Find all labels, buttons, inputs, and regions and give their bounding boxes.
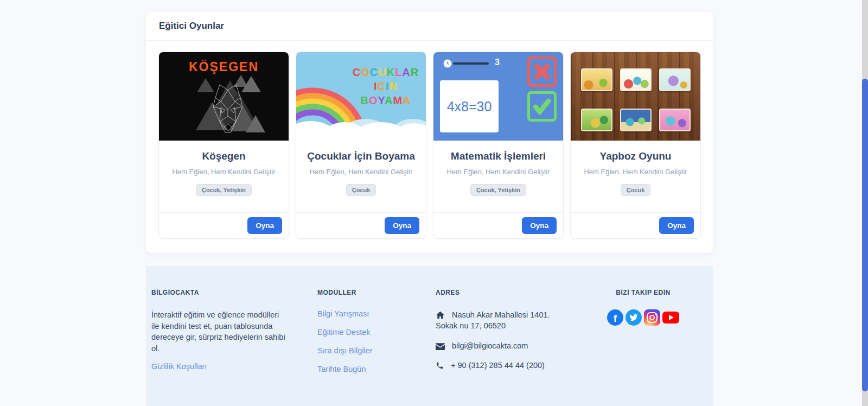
- triangle-shape: [246, 115, 265, 132]
- footer-social-column: BİZİ TAKİP EDİN f: [604, 289, 682, 383]
- social-icons-row: f: [604, 309, 682, 326]
- address-phone-row: + 90 (312) 285 44 44 (200): [436, 360, 560, 371]
- wrong-answer-box: [527, 56, 557, 87]
- check-icon: [533, 98, 551, 115]
- audience-badge: Çocuk: [621, 184, 651, 196]
- instagram-lens: [649, 315, 655, 320]
- phone-icon: [436, 361, 444, 370]
- envelope-icon: [436, 343, 445, 350]
- youtube-icon[interactable]: [662, 312, 679, 323]
- page-content: Eğitici Oyunlar KÖŞEGEN: [0, 12, 859, 406]
- module-link-egitime-destek[interactable]: Eğitime Destek: [317, 328, 399, 337]
- module-link-sira-disi-bilgiler[interactable]: Sıra dışı Bilgiler: [317, 346, 399, 355]
- wolf-wireframe-icon: [209, 83, 247, 134]
- card-subtitle: Hem Eğlen, Hem Kendini Geliştir: [576, 168, 695, 176]
- right-answer-box: [527, 91, 557, 122]
- card-title: Çocuklar İçin Boyama: [302, 150, 420, 162]
- equation-text: 4x8=30: [447, 99, 492, 115]
- play-button[interactable]: Oyna: [385, 217, 419, 234]
- footer-about-column: BİLGİOCAKTA İnteraktif eğitim ve eğlence…: [151, 289, 287, 383]
- twitter-icon[interactable]: [626, 309, 642, 326]
- module-link-bilgi-yarismasi[interactable]: Bilgi Yarışması: [317, 309, 399, 318]
- audience-badge: Çocuk, Yetişkin: [470, 184, 526, 196]
- cloud-strip: [296, 133, 426, 141]
- card-title: Yapboz Oyunu: [576, 150, 695, 162]
- footer-modules-column: MODÜLLER Bilgi Yarışması Eğitime Destek …: [317, 289, 399, 383]
- timer-clock-icon: [443, 59, 452, 68]
- game-card-matematik: 3 4x8=30: [433, 52, 564, 239]
- puzzle-thumb: [620, 68, 652, 91]
- youtube-play-glyph: [669, 315, 674, 320]
- card-subtitle: Hem Eğlen, Hem Kendini Geliştir: [164, 168, 283, 176]
- facebook-icon[interactable]: f: [607, 309, 623, 326]
- puzzle-thumbnails: [571, 52, 700, 141]
- x-icon: [533, 63, 551, 80]
- kosegen-image: KÖŞEGEN: [159, 52, 289, 141]
- address-phone-text: + 90 (312) 285 44 44 (200): [451, 361, 545, 370]
- game-card-kosegen: KÖŞEGEN: [158, 52, 289, 239]
- timer-value: 3: [495, 58, 500, 67]
- address-street-text: Nasuh Akar Mahallesi 1401. Sokak nu 17, …: [436, 310, 550, 330]
- puzzle-thumb: [620, 109, 652, 131]
- card-subtitle: Hem Eğlen, Hem Kendini Geliştir: [439, 168, 558, 176]
- instagram-icon[interactable]: [644, 309, 660, 326]
- puzzle-thumb: [659, 68, 691, 91]
- page-scrollbar-track[interactable]: [862, 0, 868, 406]
- matematik-image: 3 4x8=30: [433, 52, 563, 141]
- play-button[interactable]: Oyna: [659, 217, 694, 234]
- yapboz-image: [571, 52, 700, 141]
- play-button[interactable]: Oyna: [522, 217, 557, 234]
- equation-box: 4x8=30: [440, 80, 499, 132]
- boyama-image: COCUKLARICINBOYAMA: [296, 52, 426, 141]
- audience-badge: Çocuk, Yetişkin: [196, 184, 252, 196]
- card-title: Matematik İşlemleri: [439, 150, 558, 162]
- puzzle-thumb: [581, 68, 612, 91]
- panel-title: Eğitici Oyunlar: [146, 12, 713, 41]
- module-link-tarihte-bugun[interactable]: Tarihte Bugün: [317, 365, 399, 373]
- instagram-flash-dot: [655, 313, 656, 315]
- address-email-text: bilgi@bilgiocakta.com: [452, 341, 528, 350]
- game-card-yapboz: Yapboz Oyunu Hem Eğlen, Hem Kendini Geli…: [570, 52, 701, 239]
- footer-modules-heading: MODÜLLER: [317, 289, 399, 296]
- footer-about-text: İnteraktif eğitim ve eğlence modülleri i…: [151, 309, 287, 354]
- footer-about-heading: BİLGİOCAKTA: [151, 289, 287, 296]
- page-scrollbar-thumb[interactable]: [862, 79, 868, 391]
- card-title: Köşegen: [164, 150, 283, 162]
- play-button[interactable]: Oyna: [247, 217, 282, 234]
- puzzle-thumb: [659, 109, 691, 131]
- card-subtitle: Hem Eğlen, Hem Kendini Geliştir: [302, 168, 420, 176]
- footer-social-heading: BİZİ TAKİP EDİN: [604, 289, 682, 296]
- puzzle-thumb: [581, 109, 612, 131]
- privacy-link[interactable]: Gizlilik Koşulları: [151, 362, 207, 371]
- home-icon: [436, 311, 445, 319]
- kosegen-banner-text: KÖŞEGEN: [159, 60, 289, 74]
- game-card-boyama: COCUKLARICINBOYAMA Çocuklar İçin Boyama …: [296, 52, 426, 239]
- boyama-title-text: COCUKLARICINBOYAMA: [348, 65, 424, 107]
- twitter-bird-glyph: [629, 313, 638, 322]
- footer-address-column: ADRES Nasuh Akar Mahallesi 1401. Sokak n…: [436, 289, 560, 383]
- site-footer: BİLGİOCAKTA İnteraktif eğitim ve eğlence…: [146, 267, 713, 406]
- games-panel: Eğitici Oyunlar KÖŞEGEN: [146, 12, 713, 253]
- timer-bar: [453, 62, 489, 65]
- address-street-row: Nasuh Akar Mahallesi 1401. Sokak nu 17, …: [436, 309, 560, 332]
- footer-address-heading: ADRES: [436, 289, 560, 296]
- address-email-row: bilgi@bilgiocakta.com: [436, 340, 560, 351]
- audience-badge: Çocuk: [346, 184, 376, 196]
- cards-row: KÖŞEGEN: [152, 52, 707, 239]
